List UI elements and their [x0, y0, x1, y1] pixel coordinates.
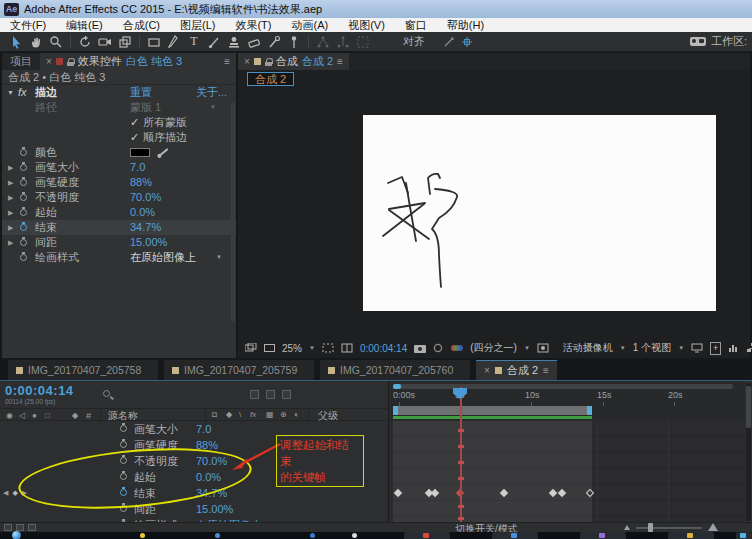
work-area-bar[interactable]	[393, 406, 592, 415]
property-row-paint-style[interactable]: 绘画样式 在原始图像上 ▼	[2, 250, 236, 265]
property-row-all-masks[interactable]: ✓ 所有蒙版	[2, 115, 236, 130]
tab-comp-2-active[interactable]: × 合成 2 ≡	[476, 360, 557, 380]
timeline-v-scrollbar[interactable]	[746, 383, 751, 521]
property-row-path[interactable]: 路径 蒙版 1 ▼	[2, 100, 236, 115]
stopwatch-icon[interactable]	[20, 179, 27, 186]
taskbar-button[interactable]	[668, 532, 714, 539]
keyframe-diamond[interactable]	[500, 489, 508, 497]
property-value[interactable]: 15.00%	[130, 235, 167, 250]
stopwatch-icon[interactable]	[120, 505, 127, 512]
pan-behind-tool-icon[interactable]	[115, 34, 135, 50]
timeline-row-spacing[interactable]: 间距 15.00%	[0, 501, 388, 517]
lock-icon[interactable]	[67, 58, 74, 66]
expand-in-out-icon[interactable]	[28, 524, 36, 531]
timeline-zoom-thumb[interactable]	[648, 523, 653, 532]
magnification-icon[interactable]	[264, 344, 275, 353]
property-value[interactable]: 88%	[130, 175, 152, 190]
snap-icons[interactable]	[443, 36, 473, 48]
stopwatch-icon[interactable]	[120, 441, 127, 448]
color-swatch[interactable]	[130, 148, 150, 157]
zoom-level[interactable]: 25%	[282, 343, 302, 354]
taskbar-icon[interactable]	[215, 533, 220, 538]
menu-edit[interactable]: 编辑(E)	[56, 18, 113, 32]
stopwatch-icon[interactable]	[20, 164, 27, 171]
checkbox-checked-icon[interactable]: ✓	[130, 130, 139, 145]
dropdown-arrow-icon[interactable]: ▼	[216, 250, 222, 265]
lock-icon[interactable]	[265, 58, 272, 66]
timeline-h-scrollbar[interactable]	[393, 384, 733, 389]
tab-footage-2[interactable]: IMG_20170407_205759	[164, 360, 314, 380]
type-tool-icon[interactable]: T	[184, 34, 204, 50]
tab-effect-controls[interactable]: × 效果控件 白色 纯色 3 ≡	[40, 53, 236, 70]
show-snapshot-icon[interactable]	[433, 343, 443, 353]
stopwatch-icon[interactable]	[120, 457, 127, 464]
menu-effect[interactable]: 效果(T)	[225, 18, 281, 32]
current-time-indicator-line[interactable]	[460, 387, 462, 523]
quality-icon[interactable]: ◆	[226, 410, 232, 419]
tab-footage-3[interactable]: IMG_20170407_205760	[320, 360, 470, 380]
keyframe-diamond[interactable]	[549, 489, 557, 497]
footer-icons[interactable]	[4, 524, 36, 531]
dropdown-arrow-icon[interactable]: ▼	[620, 345, 626, 351]
timeline-track-area[interactable]: 0:00s5s10s15s20s	[388, 381, 745, 523]
stopwatch-active-icon[interactable]	[20, 224, 27, 231]
channel-icon[interactable]	[450, 343, 463, 353]
keyframe-diamond[interactable]	[558, 489, 566, 497]
stopwatch-icon[interactable]	[20, 194, 27, 201]
row-value[interactable]: 7.0	[196, 421, 211, 437]
property-row-brush-hardness[interactable]: ▶ 画笔硬度 88%	[2, 175, 236, 190]
timeline-zoom-slider[interactable]	[636, 527, 702, 529]
zoom-in-mountain-icon[interactable]	[708, 523, 718, 531]
expand-arrow-icon[interactable]: ▶	[8, 220, 13, 235]
menu-window[interactable]: 窗口	[395, 18, 437, 32]
layer-duration-bar[interactable]	[393, 421, 592, 523]
expand-transfer-controls-icon[interactable]	[16, 524, 24, 531]
close-icon[interactable]: ×	[484, 365, 490, 376]
taskbar-icon[interactable]	[352, 533, 357, 538]
histogram-icon[interactable]	[728, 343, 740, 353]
comp-navigator-chip[interactable]: 合成 2	[247, 72, 294, 86]
property-row-spacing[interactable]: ▶ 间距 15.00%	[2, 235, 236, 250]
effect-header-row[interactable]: ▼ fx 描边 重置 关于...	[2, 85, 236, 100]
prev-keyframe-icon[interactable]: ◀	[3, 485, 8, 501]
zoom-out-mountain-icon[interactable]	[624, 525, 630, 530]
panel-menu-icon[interactable]: ≡	[224, 56, 230, 67]
search-icon[interactable]	[103, 390, 110, 397]
panel-menu-icon[interactable]: ≡	[543, 365, 549, 376]
taskbar-button[interactable]	[736, 532, 752, 539]
viewer-timecode[interactable]: 0:00:04:14	[360, 343, 407, 354]
rotation-tool-icon[interactable]	[75, 34, 95, 50]
lock-column-icon[interactable]: □	[45, 411, 50, 420]
solo-icon[interactable]: ●	[32, 411, 37, 420]
taskbar-button[interactable]	[404, 532, 450, 539]
expand-arrow-icon[interactable]: ▶	[8, 175, 13, 190]
grid-guides-icon[interactable]	[341, 343, 353, 353]
row-value[interactable]: 88%	[196, 437, 218, 453]
property-row-start[interactable]: ▶ 起始 0.0%	[2, 205, 236, 220]
zoom-tool-icon[interactable]	[46, 34, 66, 50]
checkbox-checked-icon[interactable]: ✓	[130, 115, 139, 130]
flowchart-icon[interactable]	[747, 343, 752, 353]
menu-animation[interactable]: 动画(A)	[282, 18, 339, 32]
row-value[interactable]: 70.0%	[196, 453, 227, 469]
effect-switch-icon[interactable]: \	[239, 410, 241, 419]
current-timecode[interactable]: 0:00:04:14	[5, 383, 74, 398]
composition-mini-icon[interactable]	[250, 390, 259, 399]
brush-tool-icon[interactable]	[204, 34, 224, 50]
audio-icon[interactable]: ◁	[19, 411, 25, 420]
property-row-color[interactable]: 颜色	[2, 145, 236, 160]
selection-tool-icon[interactable]	[6, 34, 26, 50]
timeline-row-end[interactable]: ◀ ◆ ▶ 结束 34.7%	[0, 485, 388, 501]
puppet-pin-tool-icon[interactable]	[284, 34, 304, 50]
keyframe-diamond[interactable]	[586, 489, 594, 497]
row-value[interactable]: 15.00%	[196, 501, 233, 517]
tab-footage-1[interactable]: IMG_20170407_205758	[8, 360, 158, 380]
fast-preview-icon[interactable]	[537, 343, 549, 353]
resolution-select[interactable]: (四分之一)	[470, 341, 517, 355]
keyframe-navigator[interactable]: ◀ ◆ ▶	[3, 485, 27, 501]
taskbar-icon[interactable]	[140, 533, 145, 538]
about-link[interactable]: 关于...	[196, 85, 227, 100]
shy-icon[interactable]: ◘	[212, 410, 217, 419]
property-value[interactable]: 34.7%	[130, 220, 161, 235]
property-row-opacity[interactable]: ▶ 不透明度 70.0%	[2, 190, 236, 205]
